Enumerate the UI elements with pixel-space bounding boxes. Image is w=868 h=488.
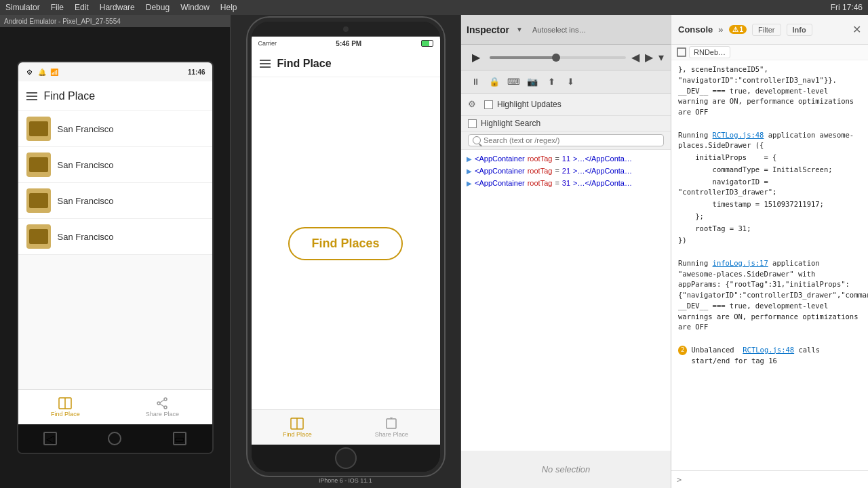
highlight-search-checkbox[interactable] <box>468 119 477 128</box>
tree-close: >…</AppConta… <box>573 155 632 163</box>
console-more-button[interactable]: » <box>718 24 723 35</box>
menubar-simulator[interactable]: Simulator <box>5 3 40 12</box>
download-icon[interactable]: ⬇ <box>563 75 578 89</box>
search-input[interactable] <box>484 136 659 144</box>
android-screen: ⚙ 🔔 📶 11:46 Find Place <box>17 61 214 454</box>
ios-carrier: Carrier <box>258 40 277 47</box>
ios-status-right <box>421 40 433 47</box>
forward-arrow-button[interactable]: ▶ <box>645 51 653 64</box>
tab-book-icon <box>290 418 304 430</box>
tree-node[interactable]: ▶ <AppContainer rootTag = 11 >…</AppCont… <box>461 152 671 165</box>
svg-rect-9 <box>387 419 396 428</box>
wifi-icon: 📶 <box>50 67 59 77</box>
rndbg-selector[interactable]: RNDeb… <box>689 46 730 58</box>
menubar-help[interactable]: Help <box>220 3 237 12</box>
nav-find-place[interactable]: Find Place <box>51 397 80 418</box>
share-icon <box>155 397 169 409</box>
ios-device: Carrier 5:46 PM Find Place <box>248 18 444 476</box>
nav-find-label: Find Place <box>51 411 80 418</box>
highlight-updates-checkbox[interactable] <box>484 100 493 109</box>
nav-share-place[interactable]: Share Place <box>146 397 179 418</box>
upload-icon[interactable]: ⬆ <box>544 75 559 89</box>
android-hw-bar: ◁ ▭ <box>18 424 212 453</box>
console-input-row: > <box>671 470 868 488</box>
rctlog-link-2[interactable]: RCTLog.js:48 <box>743 346 794 354</box>
warning-badge: ⚠ 1 <box>729 25 747 34</box>
tab-find-label: Find Place <box>283 431 312 438</box>
progress-bar[interactable] <box>490 56 626 59</box>
camera-icon[interactable]: 📷 <box>525 75 540 89</box>
ios-device-label: iPhone 6 - iOS 11.1 <box>319 476 372 485</box>
ios-nav-bar: Find Place <box>252 50 440 77</box>
ios-app-title: Find Place <box>277 58 332 70</box>
ios-content: Find Places <box>252 77 440 409</box>
filter-button[interactable]: Filter <box>752 24 781 36</box>
inspector-title: Inspector <box>467 24 509 35</box>
tree-node[interactable]: ▶ <AppContainer rootTag = 31 >…</AppCont… <box>461 177 671 189</box>
list-item[interactable]: San Francisco <box>18 147 212 183</box>
more-options-button[interactable]: ▾ <box>658 51 664 64</box>
menubar-debug[interactable]: Debug <box>146 3 170 12</box>
menubar-file[interactable]: File <box>51 3 64 12</box>
find-places-button[interactable]: Find Places <box>288 227 402 260</box>
tree-value: 31 <box>562 179 570 187</box>
close-button[interactable]: ✕ <box>852 23 861 36</box>
tree-node[interactable]: ▶ <AppContainer rootTag = 21 >…</AppCont… <box>461 165 671 177</box>
tree-eq: = <box>555 155 559 163</box>
keyboard-icon[interactable]: ⌨ <box>506 75 521 89</box>
list-item-text: San Francisco <box>58 160 114 170</box>
play-button[interactable]: ▶ <box>468 49 484 66</box>
nav-share-label: Share Place <box>146 411 179 418</box>
ios-battery-icon <box>421 40 433 47</box>
lock-icon[interactable]: 🔒 <box>487 75 502 89</box>
no-selection-text: No selection <box>461 451 671 488</box>
console-line: initialProps = { <box>678 152 861 163</box>
highlight-search-checkbox-label[interactable]: Highlight Search <box>468 119 540 128</box>
menubar-window[interactable]: Window <box>180 3 210 12</box>
ios-hamburger-icon[interactable] <box>260 60 271 68</box>
tree-attr: rootTag <box>528 167 553 175</box>
console-line: rootTag = 31; <box>678 224 861 235</box>
list-thumbnail <box>26 152 51 177</box>
svg-point-4 <box>157 402 160 405</box>
ios-home-bar <box>252 445 440 472</box>
infolog-link[interactable]: infoLog.js:17 <box>713 259 768 267</box>
warning-count: 1 <box>740 26 744 33</box>
info-button[interactable]: Info <box>787 24 812 36</box>
list-item[interactable]: San Francisco <box>18 219 212 255</box>
tree-value: 11 <box>562 155 570 163</box>
book-icon <box>58 397 73 409</box>
highlight-search-label: Highlight Search <box>481 119 540 128</box>
menubar-hardware[interactable]: Hardware <box>100 3 135 12</box>
svg-line-5 <box>160 400 164 403</box>
menubar-edit[interactable]: Edit <box>75 3 89 12</box>
ios-top-bar <box>252 22 440 37</box>
pause-icon[interactable]: ⏸ <box>468 75 483 89</box>
stop-icon[interactable] <box>677 47 686 57</box>
back-arrow-button[interactable]: ◀ <box>631 51 639 64</box>
tree-close: >…</AppConta… <box>573 179 632 187</box>
home-btn[interactable] <box>108 432 121 445</box>
back-btn[interactable]: ◁ <box>43 432 57 445</box>
list-item[interactable]: San Francisco <box>18 183 212 219</box>
inspector-header: Inspector ▼ Autoselect ins… <box>461 15 671 45</box>
hamburger-icon[interactable] <box>26 92 37 100</box>
android-bottom-nav: Find Place Share Place <box>18 389 212 424</box>
console-line: Running infoLog.js:17 application "aweso… <box>678 258 861 333</box>
highlight-updates-checkbox-label[interactable]: Highlight Updates <box>484 100 561 109</box>
tab-share-place[interactable]: Share Place <box>375 418 408 438</box>
list-thumbnail <box>26 117 51 141</box>
ios-status-bar: Carrier 5:46 PM <box>252 37 440 50</box>
ios-time: 5:46 PM <box>336 40 361 47</box>
ios-tab-bar: Find Place Share Place <box>252 409 440 445</box>
console-line: timestamp = 1510937211917; <box>678 199 861 210</box>
tab-find-place[interactable]: Find Place <box>283 418 312 438</box>
autoselect-label: Autoselect ins… <box>532 26 665 34</box>
rctlog-link-1[interactable]: RCTLog.js:48 <box>713 131 764 139</box>
inspector-dropdown[interactable]: ▼ <box>516 26 523 33</box>
list-item[interactable]: San Francisco <box>18 111 212 147</box>
ios-camera <box>343 26 349 32</box>
ios-home-button[interactable] <box>335 447 357 469</box>
recents-btn[interactable]: ▭ <box>173 432 186 445</box>
console-input[interactable] <box>682 475 863 485</box>
